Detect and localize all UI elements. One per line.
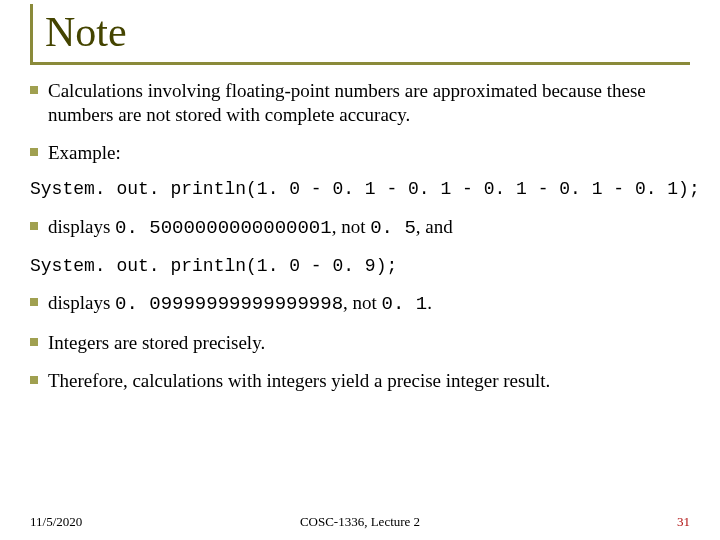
bullet-text: Calculations involving floating-point nu… — [48, 79, 690, 127]
bullet-item: Calculations involving floating-point nu… — [30, 79, 690, 127]
square-bullet-icon — [30, 376, 38, 384]
bullet-text: Integers are stored precisely. — [48, 331, 690, 355]
bullet-text: displays 0. 09999999999999998, not 0. 1. — [48, 291, 690, 317]
bullet-text: Therefore, calculations with integers yi… — [48, 369, 690, 393]
slide-footer: 11/5/2020 COSC-1336, Lecture 2 31 — [0, 514, 720, 530]
bullet-item: Therefore, calculations with integers yi… — [30, 369, 690, 393]
bullet-text: Example: — [48, 141, 690, 165]
square-bullet-icon — [30, 86, 38, 94]
code-line: System. out. println(1. 0 - 0. 9); — [30, 255, 690, 278]
bullet-item: Integers are stored precisely. — [30, 331, 690, 355]
bullet-item: displays 0. 09999999999999998, not 0. 1. — [30, 291, 690, 317]
square-bullet-icon — [30, 148, 38, 156]
bullet-item: Example: — [30, 141, 690, 165]
square-bullet-icon — [30, 338, 38, 346]
square-bullet-icon — [30, 298, 38, 306]
footer-course: COSC-1336, Lecture 2 — [300, 514, 420, 530]
footer-date: 11/5/2020 — [30, 514, 82, 530]
slide-title: Note — [45, 8, 690, 56]
bullet-text: displays 0. 5000000000000001, not 0. 5, … — [48, 215, 690, 241]
bullet-item: displays 0. 5000000000000001, not 0. 5, … — [30, 215, 690, 241]
footer-page-number: 31 — [677, 514, 690, 530]
title-container: Note — [30, 4, 690, 65]
code-line: System. out. println(1. 0 - 0. 1 - 0. 1 … — [30, 178, 690, 201]
slide: Note Calculations involving floating-poi… — [0, 4, 720, 540]
slide-body: Calculations involving floating-point nu… — [30, 79, 690, 392]
square-bullet-icon — [30, 222, 38, 230]
